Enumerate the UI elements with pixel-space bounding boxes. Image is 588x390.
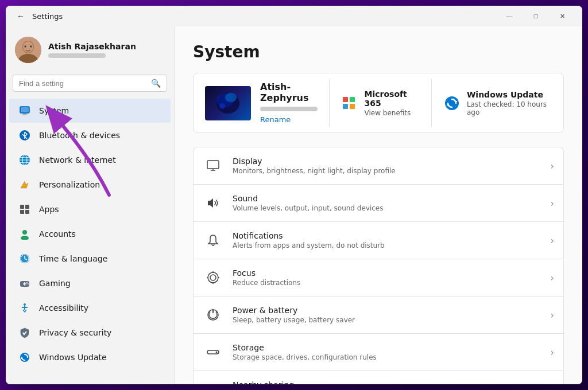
network-icon [18, 154, 31, 166]
sidebar-label-update: Windows Update [39, 353, 107, 362]
sidebar-label-privacy: Privacy & security [39, 328, 111, 337]
sidebar-item-accessibility[interactable]: Accessibility [9, 296, 171, 320]
sidebar-item-network[interactable]: Network & internet [9, 148, 171, 172]
avatar [15, 37, 41, 63]
sidebar-label-personalization: Personalization [39, 180, 100, 189]
system-icon [18, 104, 31, 117]
storage-text: Storage Storage space, drives, configura… [233, 343, 541, 361]
rename-link[interactable]: Rename [260, 115, 291, 124]
sidebar-item-gaming[interactable]: Gaming [9, 271, 171, 295]
settings-list: Display Monitors, brightness, night ligh… [193, 147, 564, 384]
svg-rect-10 [22, 115, 28, 115]
power-text: Power & battery Sleep, battery usage, ba… [233, 306, 541, 324]
settings-item-sound[interactable]: Sound Volume levels, output, input, soun… [193, 184, 564, 221]
sidebar-item-bluetooth[interactable]: Bluetooth & devices [9, 123, 171, 147]
settings-item-nearby[interactable]: Nearby sharing Discoverability, received… [193, 370, 564, 384]
close-button[interactable]: ✕ [549, 7, 575, 25]
main-content: System [174, 26, 582, 384]
focus-title: Focus [233, 268, 541, 278]
svg-point-20 [21, 236, 29, 240]
windows-update-nav-icon [18, 351, 31, 364]
notifications-chevron: › [551, 235, 554, 246]
storage-chevron: › [551, 347, 554, 358]
sidebar-label-accounts: Accounts [39, 229, 76, 239]
sidebar-item-personalization[interactable]: Personalization [9, 173, 171, 197]
sidebar-label-apps: Apps [39, 205, 59, 214]
power-title: Power & battery [233, 306, 541, 315]
sound-desc: Volume levels, output, input, sound devi… [233, 204, 541, 212]
sidebar-label-network: Network & internet [39, 155, 116, 165]
display-desc: Monitors, brightness, night light, displ… [233, 167, 541, 175]
maximize-button[interactable]: □ [523, 7, 549, 25]
svg-point-28 [26, 282, 28, 283]
settings-item-display[interactable]: Display Monitors, brightness, night ligh… [193, 147, 564, 184]
sound-icon [203, 193, 223, 213]
svg-marker-42 [208, 198, 213, 208]
focus-chevron: › [551, 272, 554, 283]
bluetooth-icon [18, 129, 31, 142]
personalization-icon [18, 178, 31, 191]
svg-point-4 [25, 45, 26, 48]
sound-chevron: › [551, 198, 554, 209]
nearby-icon [203, 379, 223, 384]
accessibility-icon [18, 302, 31, 314]
ms365-info: Microsoft 365 View benefits [365, 89, 420, 117]
apps-icon [18, 203, 31, 216]
sidebar-label-time: Time & language [39, 254, 107, 263]
sidebar-item-privacy[interactable]: Privacy & security [9, 321, 171, 345]
winupdate-card[interactable]: Windows Update Last checked: 10 hours ag… [432, 73, 563, 132]
winupdate-info: Windows Update Last checked: 10 hours ag… [467, 90, 552, 116]
sidebar-item-apps[interactable]: Apps [9, 197, 171, 221]
user-account-bar [48, 53, 106, 58]
focus-desc: Reduce distractions [233, 279, 541, 287]
title-bar: ← Settings — □ ✕ [6, 6, 582, 26]
sound-text: Sound Volume levels, output, input, soun… [233, 194, 541, 212]
search-input[interactable] [19, 79, 146, 88]
settings-item-storage[interactable]: Storage Storage space, drives, configura… [193, 333, 564, 370]
power-icon [203, 305, 223, 325]
svg-rect-18 [25, 210, 29, 214]
search-box[interactable]: 🔍 [13, 75, 167, 92]
svg-point-19 [22, 230, 27, 235]
notifications-desc: Alerts from apps and system, do not dist… [233, 241, 541, 249]
sound-title: Sound [233, 194, 541, 203]
settings-item-focus[interactable]: Focus Reduce distractions › [193, 259, 564, 296]
accounts-icon [18, 228, 31, 240]
settings-item-power[interactable]: Power & battery Sleep, battery usage, ba… [193, 296, 564, 333]
notifications-title: Notifications [233, 231, 541, 240]
svg-point-5 [30, 45, 32, 48]
winupdate-icon [443, 94, 460, 112]
nearby-title: Nearby sharing [233, 380, 541, 384]
back-button[interactable]: ← [13, 8, 29, 24]
user-info: Atish Rajasekharan [48, 42, 136, 58]
svg-point-36 [225, 93, 237, 102]
sidebar-item-time[interactable]: Time & language [9, 247, 171, 271]
svg-rect-8 [21, 107, 29, 112]
display-text: Display Monitors, brightness, night ligh… [233, 157, 541, 175]
gaming-icon [18, 277, 31, 290]
winupdate-title: Windows Update [467, 90, 552, 99]
page-title: System [193, 42, 564, 61]
notifications-text: Notifications Alerts from apps and syste… [233, 231, 541, 249]
search-icon: 🔍 [151, 79, 161, 88]
settings-item-notifications[interactable]: Notifications Alerts from apps and syste… [193, 221, 564, 259]
storage-icon [203, 342, 223, 362]
ms365-title: Microsoft 365 [365, 89, 420, 108]
focus-icon [203, 267, 223, 288]
time-icon [18, 252, 31, 265]
sidebar-item-update[interactable]: Windows Update [9, 345, 171, 369]
sidebar-item-accounts[interactable]: Accounts [9, 222, 171, 246]
sidebar-label-gaming: Gaming [39, 279, 71, 288]
svg-rect-39 [207, 161, 219, 169]
winupdate-subtitle: Last checked: 10 hours ago [467, 100, 552, 116]
nearby-chevron: › [551, 384, 554, 385]
ms365-card[interactable]: Microsoft 365 View benefits [330, 73, 431, 132]
minimize-button[interactable]: — [496, 7, 523, 25]
storage-desc: Storage space, drives, configuration rul… [233, 353, 541, 361]
privacy-icon [18, 326, 31, 339]
device-info: Atish-Zephyrus Rename [260, 81, 318, 124]
device-subtitle-bar [260, 107, 318, 111]
sidebar-item-system[interactable]: System [9, 99, 171, 123]
svg-point-29 [28, 283, 29, 284]
window-body: Atish Rajasekharan 🔍 [6, 26, 582, 384]
